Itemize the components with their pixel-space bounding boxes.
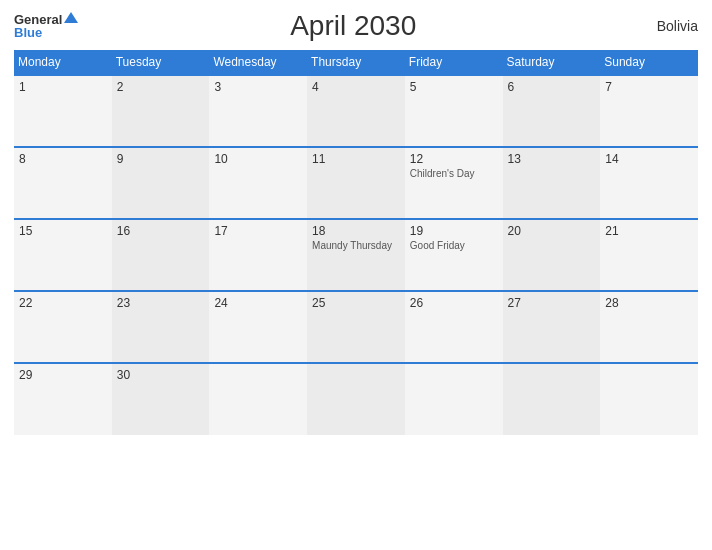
col-header-wednesday: Wednesday (209, 50, 307, 75)
calendar-cell: 13 (503, 147, 601, 219)
calendar-cell: 18Maundy Thursday (307, 219, 405, 291)
calendar-cell: 7 (600, 75, 698, 147)
calendar-cell (600, 363, 698, 435)
calendar-cell: 27 (503, 291, 601, 363)
logo-triangle-icon (64, 12, 78, 23)
day-number: 18 (312, 224, 400, 238)
calendar-header-row: MondayTuesdayWednesdayThursdayFridaySatu… (14, 50, 698, 75)
calendar-week-row: 22232425262728 (14, 291, 698, 363)
day-number: 22 (19, 296, 107, 310)
calendar-cell (307, 363, 405, 435)
day-number: 20 (508, 224, 596, 238)
day-number: 15 (19, 224, 107, 238)
calendar-cell: 26 (405, 291, 503, 363)
calendar-table: MondayTuesdayWednesdayThursdayFridaySatu… (14, 50, 698, 435)
calendar-week-row: 2930 (14, 363, 698, 435)
calendar-cell: 8 (14, 147, 112, 219)
calendar-cell: 24 (209, 291, 307, 363)
col-header-saturday: Saturday (503, 50, 601, 75)
day-number: 28 (605, 296, 693, 310)
day-number: 13 (508, 152, 596, 166)
calendar-cell: 19Good Friday (405, 219, 503, 291)
calendar-cell: 15 (14, 219, 112, 291)
calendar-cell: 12Children's Day (405, 147, 503, 219)
page: General Blue April 2030 Bolivia MondayTu… (0, 0, 712, 550)
calendar-cell: 4 (307, 75, 405, 147)
event-label: Good Friday (410, 240, 498, 251)
event-label: Children's Day (410, 168, 498, 179)
day-number: 1 (19, 80, 107, 94)
calendar-cell: 16 (112, 219, 210, 291)
day-number: 27 (508, 296, 596, 310)
day-number: 6 (508, 80, 596, 94)
day-number: 17 (214, 224, 302, 238)
calendar-cell: 14 (600, 147, 698, 219)
col-header-friday: Friday (405, 50, 503, 75)
col-header-sunday: Sunday (600, 50, 698, 75)
event-label: Maundy Thursday (312, 240, 400, 251)
day-number: 16 (117, 224, 205, 238)
calendar-cell: 28 (600, 291, 698, 363)
calendar-cell: 5 (405, 75, 503, 147)
calendar-week-row: 15161718Maundy Thursday19Good Friday2021 (14, 219, 698, 291)
calendar-cell: 3 (209, 75, 307, 147)
day-number: 7 (605, 80, 693, 94)
calendar-cell: 1 (14, 75, 112, 147)
calendar-cell: 25 (307, 291, 405, 363)
col-header-monday: Monday (14, 50, 112, 75)
calendar-cell: 22 (14, 291, 112, 363)
day-number: 10 (214, 152, 302, 166)
day-number: 14 (605, 152, 693, 166)
day-number: 24 (214, 296, 302, 310)
calendar-cell: 11 (307, 147, 405, 219)
day-number: 29 (19, 368, 107, 382)
calendar-cell: 17 (209, 219, 307, 291)
day-number: 25 (312, 296, 400, 310)
day-number: 9 (117, 152, 205, 166)
day-number: 21 (605, 224, 693, 238)
day-number: 8 (19, 152, 107, 166)
country-label: Bolivia (628, 18, 698, 34)
calendar-week-row: 89101112Children's Day1314 (14, 147, 698, 219)
calendar-cell: 30 (112, 363, 210, 435)
day-number: 30 (117, 368, 205, 382)
calendar-cell: 20 (503, 219, 601, 291)
calendar-cell (209, 363, 307, 435)
day-number: 3 (214, 80, 302, 94)
day-number: 4 (312, 80, 400, 94)
col-header-thursday: Thursday (307, 50, 405, 75)
logo-blue-text: Blue (14, 26, 78, 39)
day-number: 12 (410, 152, 498, 166)
calendar-cell: 23 (112, 291, 210, 363)
day-number: 2 (117, 80, 205, 94)
day-number: 19 (410, 224, 498, 238)
calendar-cell: 21 (600, 219, 698, 291)
logo: General Blue (14, 13, 78, 39)
calendar-cell: 9 (112, 147, 210, 219)
day-number: 11 (312, 152, 400, 166)
day-number: 26 (410, 296, 498, 310)
calendar-week-row: 1234567 (14, 75, 698, 147)
calendar-cell: 6 (503, 75, 601, 147)
header: General Blue April 2030 Bolivia (14, 10, 698, 42)
calendar-cell (405, 363, 503, 435)
calendar-cell: 2 (112, 75, 210, 147)
day-number: 23 (117, 296, 205, 310)
col-header-tuesday: Tuesday (112, 50, 210, 75)
calendar-cell (503, 363, 601, 435)
calendar-cell: 10 (209, 147, 307, 219)
calendar-cell: 29 (14, 363, 112, 435)
day-number: 5 (410, 80, 498, 94)
month-title: April 2030 (78, 10, 628, 42)
